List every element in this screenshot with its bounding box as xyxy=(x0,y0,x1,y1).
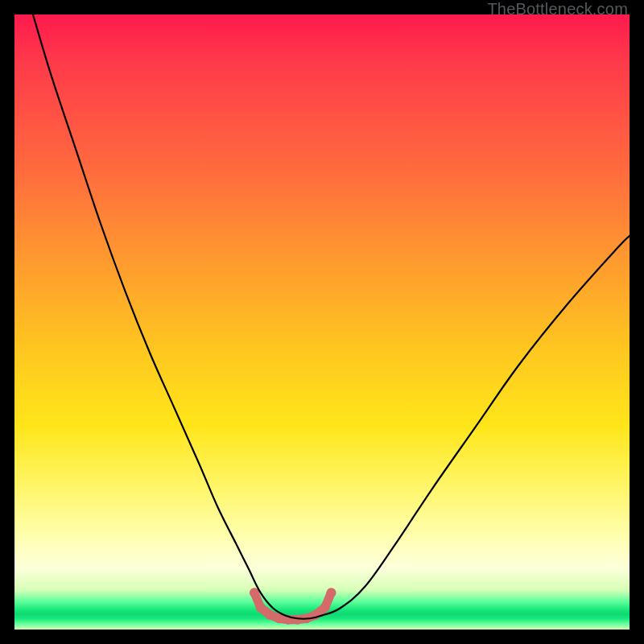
valley-dot xyxy=(320,603,330,613)
valley-dot xyxy=(265,610,275,620)
watermark-text: TheBottleneck.com xyxy=(487,0,628,19)
valley-marker-dots xyxy=(250,588,336,625)
valley-dot xyxy=(326,588,336,597)
valley-dot xyxy=(256,603,266,613)
plot-area xyxy=(14,14,630,630)
chart-frame: TheBottleneck.com xyxy=(0,0,644,644)
bottleneck-curve-path xyxy=(33,14,630,619)
valley-dot xyxy=(292,615,302,625)
chart-svg xyxy=(14,14,630,630)
